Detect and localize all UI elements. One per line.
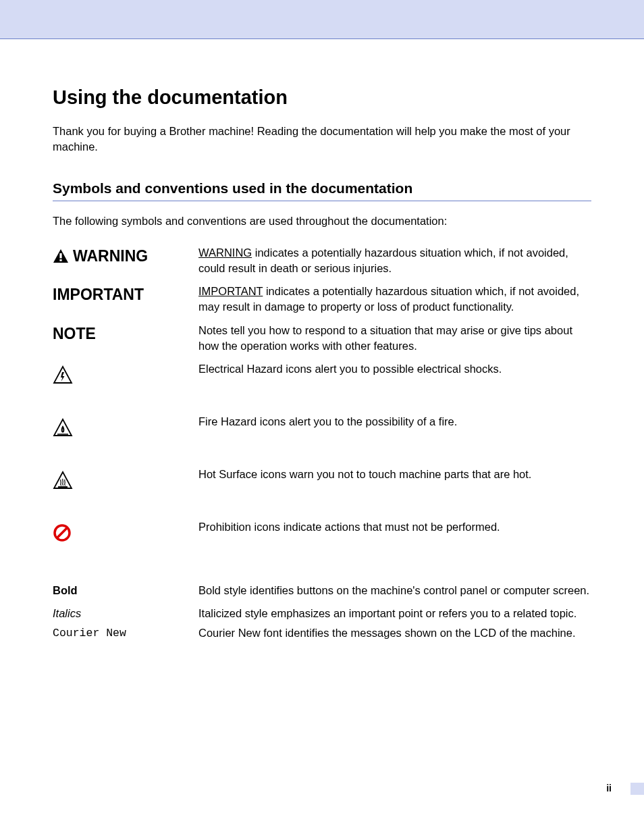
warning-description: WARNING indicates a potentially hazardou… (198, 245, 591, 276)
intro-paragraph: Thank you for buying a Brother machine! … (53, 124, 591, 155)
table-row: Electrical Hazard icons alert you to pos… (53, 361, 591, 384)
important-description: IMPORTANT indicates a potentially hazard… (198, 284, 591, 315)
note-description: Notes tell you how to respond to a situa… (198, 323, 591, 354)
prohibition-icon (53, 519, 198, 542)
courier-label: Courier New (53, 625, 198, 641)
header-bar (0, 0, 644, 39)
bold-label: Bold (53, 583, 198, 598)
electrical-description: Electrical Hazard icons alert you to pos… (198, 361, 591, 377)
table-row: NOTE Notes tell you how to respond to a … (53, 323, 591, 354)
svg-rect-0 (59, 253, 61, 259)
hot-surface-icon (53, 467, 198, 490)
italics-description: Italicized style emphasizes an important… (198, 606, 591, 621)
page-number: ii (606, 783, 612, 793)
table-row: Bold Bold style identifies buttons on th… (53, 583, 591, 598)
fire-description: Fire Hazard icons alert you to the possi… (198, 414, 591, 429)
table-row: Courier New Courier New font identifies … (53, 625, 591, 641)
warning-label: WARNING (53, 245, 198, 267)
fire-hazard-icon (53, 414, 198, 437)
table-row: IMPORTANT IMPORTANT indicates a potentia… (53, 284, 591, 315)
table-row: Hot Surface icons warn you not to touch … (53, 467, 591, 490)
hot-description: Hot Surface icons warn you not to touch … (198, 467, 591, 482)
page-title: Using the documentation (53, 86, 591, 109)
table-row: Fire Hazard icons alert you to the possi… (53, 414, 591, 437)
note-label: NOTE (53, 323, 198, 344)
courier-description: Courier New font identifies the messages… (198, 625, 591, 641)
table-row: Prohibition icons indicate actions that … (53, 519, 591, 542)
content-area: Using the documentation Thank you for bu… (0, 39, 644, 641)
section-title: Symbols and conventions used in the docu… (53, 180, 591, 201)
italics-label: Italics (53, 606, 198, 621)
page-tab (630, 783, 644, 795)
electrical-hazard-icon (53, 361, 198, 384)
warning-triangle-icon (53, 249, 69, 263)
symbol-table: WARNING WARNING indicates a potentially … (53, 245, 591, 641)
prohibition-description: Prohibition icons indicate actions that … (198, 519, 591, 535)
table-row: WARNING WARNING indicates a potentially … (53, 245, 591, 276)
important-label: IMPORTANT (53, 284, 198, 305)
svg-rect-1 (59, 259, 61, 261)
svg-line-5 (57, 527, 68, 538)
section-intro: The following symbols and conventions ar… (53, 215, 591, 228)
bold-description: Bold style identifies buttons on the mac… (198, 583, 591, 598)
table-row: Italics Italicized style emphasizes an i… (53, 606, 591, 621)
warning-text: WARNING (73, 245, 148, 267)
